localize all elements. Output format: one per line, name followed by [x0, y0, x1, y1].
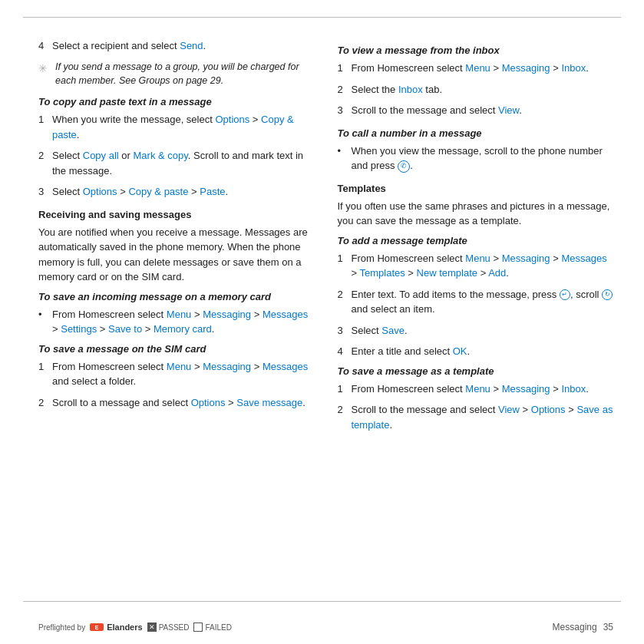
copy-paste-link-2: Copy & paste	[128, 186, 188, 197]
template-step-1-content: From Homescreen select Menu > Messaging …	[352, 251, 614, 281]
templates-link: Templates	[359, 267, 405, 279]
call-number-content: When you view the message, scroll to the…	[352, 144, 614, 173]
sim-step-2: 2 Scroll to a message and select Options…	[38, 395, 315, 411]
footer-left: Preflighted by E Elanders ✕ PASSED FAILE…	[38, 622, 232, 632]
options-link-3: Options	[191, 397, 226, 408]
bullet-symbol-2: •	[338, 144, 352, 173]
section-copy-paste-heading: To copy and paste text in a message	[38, 96, 315, 107]
menu-link-5: Menu	[465, 383, 490, 395]
copy-all-link: Copy all	[83, 150, 119, 161]
messaging-link-5: Messaging	[502, 383, 550, 395]
footer-elanders: E Elanders	[90, 622, 142, 632]
template-step-3-content: Select Save.	[352, 323, 614, 339]
save-memory-card-heading: To save an incoming message on a memory …	[38, 291, 315, 302]
options-link-2: Options	[83, 186, 117, 197]
template-step-1: 1 From Homescreen select Menu > Messagin…	[338, 251, 614, 281]
copy-step-1: 1 When you write the message, select Opt…	[38, 112, 315, 142]
footer-page-label: Messaging	[553, 622, 597, 632]
inbox-step-2-content: Select the Inbox tab.	[352, 82, 614, 97]
tip-icon: ✳	[38, 61, 55, 77]
inbox-step-number-1: 1	[338, 61, 352, 76]
footer-right: Messaging 35	[553, 622, 613, 632]
menu-link-4: Menu	[465, 253, 490, 264]
footer-failed: FAILED	[193, 623, 231, 632]
inbox-link-2: Inbox	[561, 383, 586, 395]
menu-link-1: Menu	[167, 309, 192, 320]
left-column: 4 Select a recipient and select Send. ✳ …	[38, 31, 315, 590]
view-inbox-heading: To view a message from the inbox	[338, 45, 614, 56]
inbox-step-1-content: From Homescreen select Menu > Messaging …	[352, 61, 614, 76]
save-template-step-2-content: Scroll to the message and select View > …	[352, 402, 614, 432]
inbox-step-number-2: 2	[338, 82, 352, 97]
add-template-heading: To add a message template	[338, 235, 614, 246]
failed-label: FAILED	[205, 623, 231, 632]
save-as-template-link: Save as template	[352, 404, 613, 431]
save-memory-bullet: • From Homescreen select Menu > Messagin…	[38, 307, 315, 337]
template-step-2: 2 Enter text. To add items to the messag…	[338, 287, 614, 317]
call-number-bullet: • When you view the message, scroll to t…	[338, 144, 614, 173]
inbox-step-3-content: Scroll to the message and select View.	[352, 103, 614, 118]
footer-preflighted-label: Preflighted by	[38, 623, 85, 632]
inbox-step-2: 2 Select the Inbox tab.	[338, 82, 614, 97]
template-step-3: 3 Select Save.	[338, 323, 614, 339]
template-step-2-content: Enter text. To add items to the message,…	[352, 287, 614, 317]
view-link-1: View	[498, 104, 519, 116]
inbox-link-1: Inbox	[561, 62, 586, 74]
template-step-number-1: 1	[338, 251, 352, 281]
elanders-label: Elanders	[107, 623, 142, 632]
tip-item: ✳ If you send a message to a group, you …	[38, 60, 315, 89]
save-to-link: Save to	[108, 323, 142, 335]
bullet-symbol-1: •	[38, 307, 52, 337]
copy-paste-link-1: Copy & paste	[52, 114, 294, 140]
inbox-step-number-3: 3	[338, 103, 352, 118]
menu-link-3: Menu	[465, 62, 490, 74]
copy-step-3-content: Select Options > Copy & paste > Paste.	[52, 184, 315, 200]
scroll-icon-1: ↵	[560, 289, 570, 300]
save-template-step-number-1: 1	[338, 381, 352, 397]
sim-step-1: 1 From Homescreen select Menu > Messagin…	[38, 359, 315, 389]
page-container: 4 Select a recipient and select Send. ✳ …	[0, 0, 644, 644]
step-number-4: 4	[38, 38, 52, 54]
svg-text:E: E	[95, 625, 99, 630]
ok-link: OK	[453, 345, 467, 357]
footer-area: Preflighted by E Elanders ✕ PASSED FAILE…	[38, 622, 613, 632]
phone-icon: ✆	[398, 160, 410, 173]
send-link: Send	[180, 40, 203, 51]
call-number-heading: To call a number in a message	[338, 127, 614, 139]
messages-link-1: Messages	[263, 309, 308, 320]
copy-step-2-content: Select Copy all or Mark & copy. Scroll t…	[52, 148, 315, 178]
memory-card-link: Memory card	[154, 323, 212, 335]
template-step-4-content: Enter a title and select OK.	[352, 344, 614, 359]
messaging-link-2: Messaging	[203, 361, 251, 372]
scroll-icon-2: ↻	[602, 289, 613, 300]
template-step-number-4: 4	[338, 344, 352, 359]
copy-step-number-1: 1	[38, 112, 52, 142]
sim-step-1-content: From Homescreen select Menu > Messaging …	[52, 359, 315, 389]
options-link-4: Options	[531, 404, 566, 415]
sim-step-number-2: 2	[38, 395, 52, 411]
receiving-body: You are notified when you receive a mess…	[38, 225, 315, 285]
inbox-step-3: 3 Scroll to the message and select View.	[338, 103, 614, 118]
content-area: 4 Select a recipient and select Send. ✳ …	[38, 31, 613, 590]
failed-checkbox	[193, 623, 203, 632]
messaging-link-4: Messaging	[502, 253, 550, 264]
right-column: To view a message from the inbox 1 From …	[338, 31, 614, 590]
save-template-step-1-content: From Homescreen select Menu > Messaging …	[352, 381, 614, 397]
messages-link-3: Messages	[561, 253, 606, 264]
elanders-logo-icon: E	[90, 622, 104, 632]
template-step-4: 4 Enter a title and select OK.	[338, 344, 614, 359]
save-memory-content: From Homescreen select Menu > Messaging …	[52, 307, 315, 337]
messages-link-2: Messages	[263, 361, 308, 372]
footer-passed: ✕ PASSED	[147, 623, 190, 632]
tip-content: If you send a message to a group, you wi…	[55, 60, 315, 89]
messaging-link-3: Messaging	[502, 62, 550, 74]
sim-step-number-1: 1	[38, 359, 52, 389]
copy-step-1-content: When you write the message, select Optio…	[52, 112, 315, 142]
settings-link: Settings	[61, 323, 97, 335]
step-4-content: Select a recipient and select Send.	[52, 38, 315, 54]
sim-step-2-content: Scroll to a message and select Options >…	[52, 395, 315, 411]
passed-label: PASSED	[159, 623, 190, 632]
save-template-step-number-2: 2	[338, 402, 352, 432]
copy-step-2: 2 Select Copy all or Mark & copy. Scroll…	[38, 148, 315, 178]
copy-step-number-2: 2	[38, 148, 52, 178]
